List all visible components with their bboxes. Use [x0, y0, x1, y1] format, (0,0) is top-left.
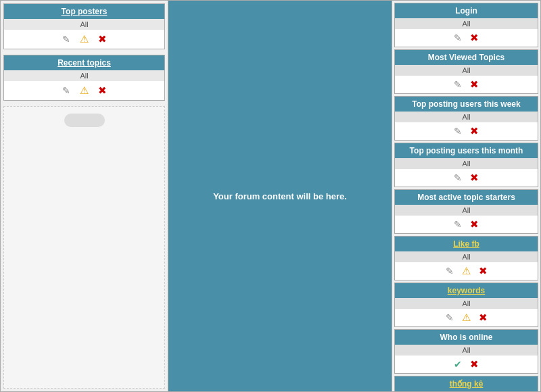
- widget-keywords-icons: [395, 309, 538, 326]
- delete-icon[interactable]: [470, 125, 479, 137]
- widget-like-fb: Like fb All: [394, 236, 538, 280]
- widget-top-posting-month-subrow: All: [395, 158, 538, 169]
- widget-recent-topics: Recent topics All: [3, 55, 165, 101]
- drag-indicator: [64, 114, 105, 127]
- delete-icon[interactable]: [470, 358, 479, 370]
- move-icon[interactable]: [454, 32, 462, 43]
- widget-who-is-online-icons: [395, 356, 538, 373]
- edit-icon[interactable]: [62, 34, 70, 45]
- widget-login-icons: [395, 29, 538, 47]
- delete-icon[interactable]: [470, 78, 479, 91]
- widget-top-posters-header[interactable]: Top posters: [4, 4, 164, 19]
- widget-who-is-online: Who is online All: [394, 329, 538, 374]
- widget-top-posters: Top posters All: [3, 3, 165, 49]
- widget-recent-topics-link[interactable]: Recent topics: [57, 58, 111, 68]
- widget-top-posters-link[interactable]: Top posters: [62, 7, 108, 16]
- widget-like-fb-link[interactable]: Like fb: [453, 239, 479, 249]
- widget-who-is-online-subrow: All: [395, 345, 538, 356]
- check-icon[interactable]: [454, 359, 462, 370]
- move-icon[interactable]: [454, 126, 462, 137]
- widget-like-fb-header: Like fb: [395, 237, 538, 251]
- right-sidebar: Login All Most Viewed Topics All Top pos…: [392, 1, 540, 391]
- widget-top-posting-week-subrow: All: [395, 112, 538, 122]
- widget-most-viewed-topics-title: Most Viewed Topics: [428, 53, 505, 62]
- widget-most-active: Most active topic starters All: [394, 189, 538, 234]
- widget-top-posting-month-header: Top posting users this month: [395, 143, 538, 158]
- widget-most-viewed-topics-header: Most Viewed Topics: [395, 50, 538, 65]
- widget-most-viewed-topics: Most Viewed Topics All: [394, 49, 538, 94]
- widget-thong-ke: thống kê All: [394, 376, 538, 391]
- widget-most-viewed-topics-icons: [395, 76, 538, 93]
- widget-who-is-online-title: Who is online: [440, 333, 493, 342]
- delete-icon[interactable]: [479, 312, 488, 324]
- widget-recent-topics-subrow: All: [4, 70, 164, 81]
- widget-top-posters-subrow: All: [4, 19, 164, 30]
- widget-top-posting-week-title: Top posting users this week: [412, 99, 520, 109]
- delete-icon[interactable]: [98, 84, 107, 97]
- widget-keywords-subrow: All: [395, 298, 538, 309]
- widget-most-viewed-topics-subrow: All: [395, 65, 538, 76]
- widget-recent-topics-header[interactable]: Recent topics: [4, 55, 164, 70]
- widget-who-is-online-header: Who is online: [395, 330, 538, 345]
- move-icon[interactable]: [454, 172, 462, 183]
- content-area: Your forum content will be here.: [168, 1, 392, 391]
- widget-keywords-header: keywords: [395, 283, 538, 298]
- widget-recent-topics-icons: [4, 81, 164, 100]
- delete-icon[interactable]: [98, 33, 107, 45]
- widget-top-posting-week-icons: [395, 122, 538, 140]
- widget-keywords: keywords All: [394, 283, 538, 327]
- widget-top-posters-icons: [4, 30, 164, 49]
- widget-keywords-link[interactable]: keywords: [448, 286, 485, 295]
- widget-top-posting-month-title: Top posting users this month: [410, 146, 523, 155]
- warning-icon[interactable]: [462, 312, 471, 324]
- widget-most-active-subrow: All: [395, 205, 538, 216]
- delete-icon[interactable]: [470, 32, 479, 44]
- left-drag-area: [3, 106, 165, 389]
- widget-most-active-title: Most active topic starters: [417, 193, 515, 202]
- widget-thong-ke-link[interactable]: thống kê: [450, 379, 484, 389]
- move-icon[interactable]: [446, 312, 454, 323]
- widget-login-title: Login: [455, 6, 477, 16]
- edit-icon[interactable]: [62, 85, 70, 96]
- widget-most-active-icons: [395, 216, 538, 233]
- warning-icon[interactable]: [462, 265, 471, 277]
- delete-icon[interactable]: [479, 265, 488, 277]
- widget-like-fb-subrow: All: [395, 251, 538, 262]
- widget-login-subrow: All: [395, 18, 538, 29]
- left-sidebar: Top posters All Recent topics All: [1, 1, 168, 391]
- widget-login: Login All: [394, 3, 538, 47]
- widget-top-posting-month: Top posting users this month All: [394, 143, 538, 187]
- delete-icon[interactable]: [470, 172, 479, 184]
- move-icon[interactable]: [454, 219, 462, 230]
- move-icon[interactable]: [454, 79, 462, 90]
- widget-thong-ke-header: thống kê: [395, 376, 538, 391]
- widget-login-header: Login: [395, 3, 538, 18]
- widget-most-active-header: Most active topic starters: [395, 190, 538, 205]
- widget-top-posting-week-header: Top posting users this week: [395, 97, 538, 112]
- widget-top-posting-week: Top posting users this week All: [394, 96, 538, 141]
- warning-icon[interactable]: [80, 33, 89, 45]
- content-placeholder: Your forum content will be here.: [213, 191, 347, 201]
- delete-icon[interactable]: [470, 218, 479, 230]
- widget-top-posting-month-icons: [395, 169, 538, 187]
- move-icon[interactable]: [446, 266, 454, 276]
- widget-like-fb-icons: [395, 262, 538, 280]
- warning-icon[interactable]: [80, 84, 89, 97]
